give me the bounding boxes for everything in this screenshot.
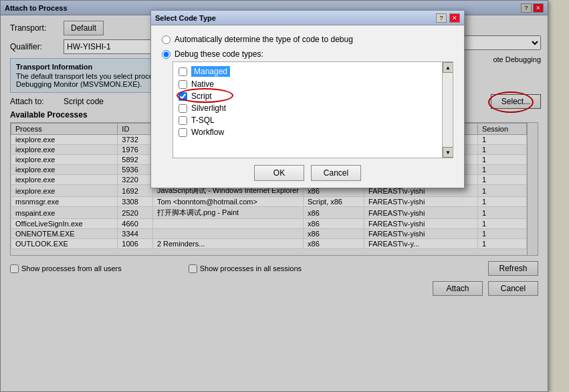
modal-content: Automatically determine the type of code… <box>151 25 464 188</box>
code-type-label: Silverlight <box>191 104 226 113</box>
code-type-label: Managed <box>191 66 230 77</box>
code-type-checkbox[interactable] <box>179 80 187 89</box>
code-type-checkbox[interactable] <box>179 92 187 101</box>
cancel-button[interactable]: Cancel <box>311 165 361 181</box>
auto-detect-row: Automatically determine the type of code… <box>162 35 453 44</box>
code-type-list: ManagedNativeScriptSilverlightT-SQLWorkf… <box>173 61 453 158</box>
code-type-item[interactable]: Silverlight <box>176 102 450 114</box>
code-type-checkbox[interactable] <box>179 104 187 113</box>
code-type-item[interactable]: T-SQL <box>176 114 450 126</box>
scroll-down-arrow[interactable]: ▼ <box>443 147 453 158</box>
auto-detect-label: Automatically determine the type of code… <box>175 35 353 44</box>
code-type-item[interactable]: Managed <box>176 65 450 78</box>
modal-titlebar: Select Code Type ? ✕ <box>151 11 464 25</box>
code-type-item[interactable]: Native <box>176 78 450 90</box>
code-type-label: Workflow <box>191 128 224 137</box>
code-type-list-inner: ManagedNativeScriptSilverlightT-SQLWorkf… <box>173 62 453 141</box>
code-type-item[interactable]: Workflow <box>176 126 450 138</box>
code-type-checkbox[interactable] <box>179 128 187 137</box>
modal-help-button[interactable]: ? <box>436 13 447 23</box>
code-type-label: Native <box>191 79 214 89</box>
modal-close-button[interactable]: ✕ <box>449 13 460 23</box>
debug-these-label: Debug these code types: <box>175 49 263 59</box>
modal-title: Select Code Type <box>155 14 216 22</box>
code-type-label: T-SQL <box>191 116 215 125</box>
debug-these-row: Debug these code types: <box>162 49 453 59</box>
debug-these-radio[interactable] <box>162 50 170 59</box>
ok-button[interactable]: OK <box>254 165 304 181</box>
scroll-up-arrow[interactable]: ▲ <box>443 62 453 73</box>
auto-detect-radio[interactable] <box>162 35 170 44</box>
code-type-label: Script <box>191 91 212 101</box>
code-type-checkbox[interactable] <box>179 116 187 125</box>
script-circle-wrapper: Script <box>191 91 212 101</box>
code-type-item[interactable]: Script <box>176 90 450 102</box>
code-type-scrollbar[interactable]: ▲ ▼ <box>442 62 453 158</box>
modal-title-icons: ? ✕ <box>436 13 460 23</box>
code-type-checkbox[interactable] <box>179 67 187 76</box>
modal-buttons: OK Cancel <box>162 165 453 181</box>
modal-dialog: Select Code Type ? ✕ Automatically deter… <box>150 10 465 188</box>
